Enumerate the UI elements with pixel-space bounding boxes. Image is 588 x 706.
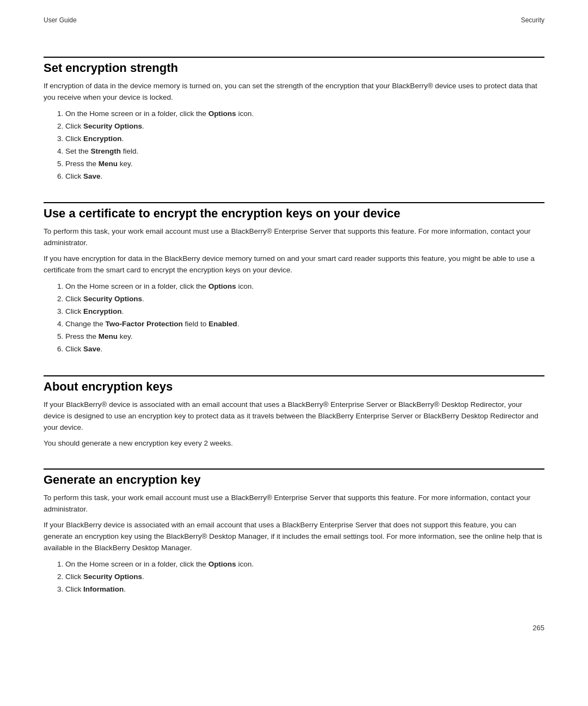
section-generate-encryption-key: Generate an encryption keyTo perform thi… [44, 468, 544, 595]
section-use-certificate: Use a certificate to encrypt the encrypt… [44, 202, 544, 355]
section-paragraph-generate-encryption-key-0: To perform this task, your work email ac… [44, 492, 544, 515]
step-item: Change the Two-Factor Protection field t… [65, 318, 544, 331]
step-item: On the Home screen or in a folder, click… [65, 558, 544, 571]
step-item: On the Home screen or in a folder, click… [65, 108, 544, 120]
section-steps-set-encryption-strength: On the Home screen or in a folder, click… [65, 108, 544, 183]
page-header: User Guide Security [44, 16, 544, 24]
step-item: Click Save. [65, 343, 544, 356]
section-paragraph-generate-encryption-key-1: If your BlackBerry device is associated … [44, 520, 544, 554]
section-paragraph-set-encryption-strength-0: If encryption of data in the device memo… [44, 81, 544, 104]
section-title-set-encryption-strength: Set encryption strength [44, 57, 544, 75]
step-item: Click Encryption. [65, 306, 544, 318]
section-set-encryption-strength: Set encryption strengthIf encryption of … [44, 57, 544, 182]
step-item: Click Save. [65, 171, 544, 183]
step-item: Click Security Options. [65, 571, 544, 583]
section-steps-generate-encryption-key: On the Home screen or in a folder, click… [65, 558, 544, 596]
section-paragraph-about-encryption-keys-1: You should generate a new encryption key… [44, 438, 544, 449]
sections-container: Set encryption strengthIf encryption of … [44, 57, 544, 596]
header-right: Security [521, 16, 544, 24]
step-item: Set the Strength field. [65, 145, 544, 158]
section-title-use-certificate: Use a certificate to encrypt the encrypt… [44, 202, 544, 221]
section-title-about-encryption-keys: About encryption keys [44, 375, 544, 394]
section-title-generate-encryption-key: Generate an encryption key [44, 468, 544, 487]
section-steps-use-certificate: On the Home screen or in a folder, click… [65, 281, 544, 356]
step-item: Click Security Options. [65, 293, 544, 306]
section-paragraph-about-encryption-keys-0: If your BlackBerry® device is associated… [44, 399, 544, 434]
step-item: Click Information. [65, 583, 544, 596]
page-container: User Guide Security Set encryption stren… [0, 0, 588, 648]
step-item: Click Encryption. [65, 133, 544, 145]
section-paragraph-use-certificate-0: To perform this task, your work email ac… [44, 226, 544, 249]
step-item: Press the Menu key. [65, 331, 544, 343]
page-number: 265 [532, 624, 544, 632]
step-item: Click Security Options. [65, 120, 544, 133]
step-item: Press the Menu key. [65, 158, 544, 171]
step-item: On the Home screen or in a folder, click… [65, 281, 544, 293]
section-paragraph-use-certificate-1: If you have encryption for data in the B… [44, 253, 544, 276]
header-left: User Guide [44, 16, 77, 24]
section-about-encryption-keys: About encryption keysIf your BlackBerry®… [44, 375, 544, 449]
